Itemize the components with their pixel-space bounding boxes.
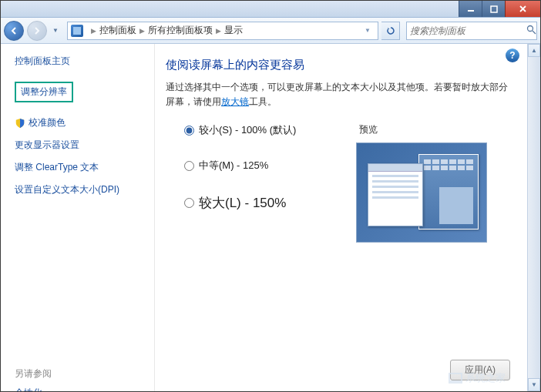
desc-text: 通过选择其中一个选项，可以更改屏幕上的文本大小以及其他项。若要暂时放大部分屏幕，… — [166, 82, 508, 107]
apply-button[interactable]: 应用(A) — [450, 360, 510, 380]
breadcrumb-leaf[interactable]: 显示 — [224, 24, 243, 37]
chevron-right-icon: ▶ — [216, 27, 221, 35]
breadcrumb[interactable]: ▶ 控制面板 ▶ 所有控制面板项 ▶ 显示 ▼ — [67, 22, 378, 40]
shield-icon — [15, 118, 25, 129]
sidebar-item-label: 校准颜色 — [29, 116, 66, 129]
search-box[interactable] — [406, 22, 537, 40]
control-panel-home-link[interactable]: 控制面板主页 — [15, 55, 145, 68]
preview-column: 预览 — [356, 123, 510, 243]
option-large[interactable]: 较大(L) - 150% — [184, 194, 341, 212]
option-label: 较大(L) - 150% — [199, 194, 286, 212]
seealso-personalization[interactable]: 个性化 — [15, 387, 145, 391]
footer: 应用(A) — [450, 360, 510, 380]
seealso-label: 另请参阅 — [15, 367, 145, 380]
control-panel-icon — [71, 25, 83, 37]
help-icon[interactable]: ? — [506, 49, 519, 62]
scroll-up-button[interactable]: ▲ — [528, 44, 540, 57]
page-title: 使阅读屏幕上的内容更容易 — [166, 58, 510, 72]
back-button[interactable] — [4, 21, 24, 41]
body: 控制面板主页 调整分辨率 校准颜色 更改显示器设置 调整 ClearType 文… — [1, 44, 540, 391]
content: ? 使阅读屏幕上的内容更容易 通过选择其中一个选项，可以更改屏幕上的文本大小以及… — [155, 44, 527, 391]
chevron-right-icon: ▶ — [139, 27, 145, 35]
sidebar-item-display-settings[interactable]: 更改显示器设置 — [15, 137, 145, 153]
options-column: 较小(S) - 100% (默认) 中等(M) - 125% 较大(L) - 1… — [166, 123, 341, 233]
scroll-track[interactable] — [528, 57, 540, 378]
vertical-scrollbar[interactable]: ▲ ▼ — [527, 44, 540, 391]
control-panel-window: ▼ ▶ 控制面板 ▶ 所有控制面板项 ▶ 显示 ▼ 控制面板主页 调整分辨率 — [0, 0, 541, 392]
svg-rect-1 — [491, 6, 497, 12]
radio-small[interactable] — [184, 126, 194, 136]
arrow-left-icon — [9, 26, 18, 35]
search-icon[interactable] — [526, 25, 536, 37]
preview-label: 预览 — [356, 123, 510, 136]
preview-image — [356, 142, 487, 243]
option-medium[interactable]: 中等(M) - 125% — [184, 159, 341, 173]
option-small[interactable]: 较小(S) - 100% (默认) — [184, 123, 341, 137]
titlebar — [1, 1, 540, 18]
option-label: 中等(M) - 125% — [199, 159, 268, 173]
radio-large[interactable] — [184, 198, 194, 208]
sidebar-item-custom-dpi[interactable]: 设置自定义文本大小(DPI) — [15, 182, 145, 198]
close-button[interactable] — [505, 1, 540, 17]
forward-button[interactable] — [27, 21, 47, 41]
svg-rect-0 — [468, 10, 474, 12]
magnifier-link[interactable]: 放大镜 — [221, 96, 249, 107]
navbar: ▼ ▶ 控制面板 ▶ 所有控制面板项 ▶ 显示 ▼ — [1, 18, 540, 44]
minimize-button[interactable] — [459, 1, 482, 17]
page-description: 通过选择其中一个选项，可以更改屏幕上的文本大小以及其他项。若要暂时放大部分屏幕，… — [166, 80, 510, 109]
search-input[interactable] — [410, 25, 526, 36]
sidebar-item-cleartype[interactable]: 调整 ClearType 文本 — [15, 159, 145, 176]
arrow-right-icon — [32, 26, 42, 35]
options-area: 较小(S) - 100% (默认) 中等(M) - 125% 较大(L) - 1… — [166, 123, 510, 243]
nav-history-dropdown[interactable]: ▼ — [50, 23, 61, 39]
maximize-button[interactable] — [482, 1, 505, 17]
option-label: 较小(S) - 100% (默认) — [199, 123, 296, 137]
chevron-right-icon: ▶ — [91, 27, 96, 35]
sidebar-item-resolution[interactable]: 调整分辨率 — [15, 82, 73, 102]
sidebar-item-calibrate-color[interactable]: 校准颜色 — [15, 115, 145, 131]
desc-text: 工具。 — [249, 96, 277, 107]
svg-line-3 — [533, 31, 536, 34]
refresh-button[interactable] — [381, 22, 400, 40]
scroll-down-button[interactable]: ▼ — [528, 378, 540, 391]
svg-point-2 — [528, 25, 533, 31]
breadcrumb-mid[interactable]: 所有控制面板项 — [148, 24, 213, 37]
address-dropdown[interactable]: ▼ — [361, 27, 375, 34]
refresh-icon — [386, 26, 395, 35]
breadcrumb-root[interactable]: 控制面板 — [99, 24, 136, 37]
radio-medium[interactable] — [184, 161, 194, 171]
sidebar: 控制面板主页 调整分辨率 校准颜色 更改显示器设置 调整 ClearType 文… — [1, 44, 155, 391]
